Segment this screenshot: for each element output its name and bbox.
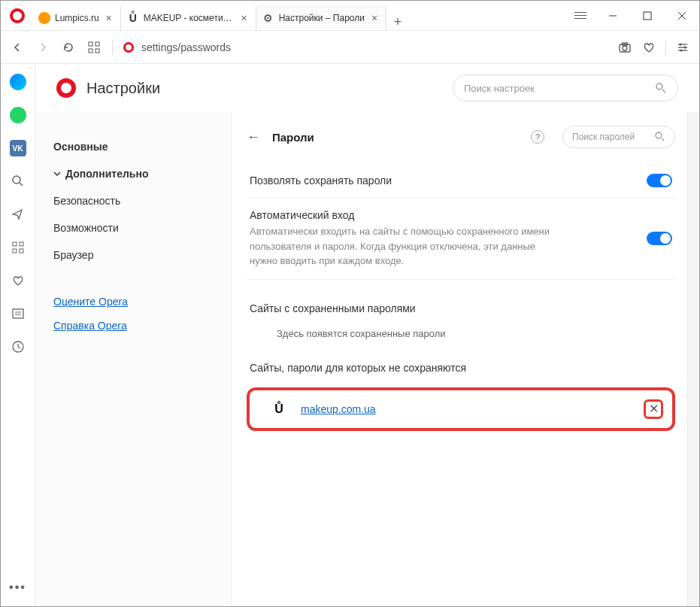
- never-save-item: Ů makeup.com.ua ✕: [247, 387, 675, 431]
- divider: [665, 40, 666, 55]
- heart-icon[interactable]: [641, 40, 656, 55]
- browser-window: Lumpics.ru × Ů MAKEUP - косметика и па ×…: [0, 0, 700, 607]
- close-icon[interactable]: ×: [239, 13, 250, 23]
- nav-features[interactable]: Возможности: [53, 214, 231, 241]
- nav-main[interactable]: Основные: [53, 133, 231, 160]
- scrollbar[interactable]: [687, 112, 699, 606]
- nav-label: Дополнительно: [65, 168, 148, 180]
- hamburger-icon[interactable]: [565, 1, 595, 31]
- history-icon[interactable]: [9, 338, 27, 356]
- maximize-button[interactable]: [630, 1, 665, 31]
- bookmarks-icon[interactable]: [9, 272, 27, 290]
- auto-login-label: Автоматический вход: [250, 209, 565, 221]
- tab-makeup[interactable]: Ů MAKEUP - косметика и па ×: [121, 6, 256, 30]
- svg-rect-1: [644, 12, 651, 20]
- close-icon[interactable]: ×: [369, 13, 380, 23]
- tab-lumpics[interactable]: Lumpics.ru ×: [32, 6, 121, 30]
- section-title: Пароли: [272, 131, 314, 144]
- page-title: Настройки: [86, 80, 160, 97]
- svg-point-9: [623, 46, 627, 50]
- speed-dial-icon[interactable]: [86, 40, 102, 55]
- svg-rect-22: [20, 249, 23, 253]
- section-header: ← Пароли ? Поиск паролей: [247, 126, 675, 148]
- settings-body: Основные Дополнительно Безопасность Возм…: [35, 112, 699, 606]
- easy-setup-icon[interactable]: [675, 40, 690, 55]
- site-favicon-icon: Ů: [272, 402, 286, 416]
- allow-save-toggle[interactable]: [647, 174, 672, 187]
- news-icon[interactable]: [9, 305, 27, 323]
- svg-rect-20: [20, 242, 23, 246]
- address-bar[interactable]: settings/passwords: [123, 41, 607, 53]
- svg-rect-5: [95, 42, 99, 46]
- search-icon[interactable]: [9, 172, 27, 190]
- svg-rect-19: [13, 242, 17, 246]
- search-passwords-input[interactable]: Поиск паролей: [562, 126, 675, 148]
- svg-line-30: [662, 138, 664, 141]
- svg-rect-7: [95, 49, 99, 53]
- svg-line-18: [20, 183, 23, 186]
- nav-browser[interactable]: Браузер: [53, 241, 231, 269]
- vk-icon[interactable]: VK: [9, 139, 27, 157]
- new-tab-button[interactable]: +: [386, 14, 409, 30]
- svg-point-27: [656, 83, 662, 90]
- tab-title: Lumpics.ru: [55, 13, 99, 23]
- sidebar: VK •••: [1, 64, 35, 606]
- tab-settings[interactable]: ⚙ Настройки – Пароли ×: [256, 6, 386, 30]
- tab-title: MAKEUP - косметика и па: [144, 13, 235, 23]
- search-settings-input[interactable]: Поиск настроек: [453, 74, 678, 102]
- more-icon[interactable]: •••: [9, 581, 26, 594]
- opera-icon: [123, 42, 134, 53]
- svg-rect-21: [13, 249, 17, 253]
- svg-rect-4: [89, 42, 92, 46]
- svg-point-17: [13, 176, 20, 184]
- never-save-link[interactable]: makeup.com.ua: [301, 403, 376, 415]
- favicon-icon: Ů: [127, 12, 139, 24]
- svg-point-16: [680, 49, 683, 51]
- close-button[interactable]: [665, 1, 699, 31]
- svg-point-14: [680, 43, 682, 45]
- nav-security[interactable]: Безопасность: [53, 187, 231, 214]
- close-icon[interactable]: ×: [104, 13, 114, 23]
- messenger-icon[interactable]: [9, 73, 27, 91]
- svg-line-28: [662, 90, 665, 93]
- settings-nav: Основные Дополнительно Безопасность Возм…: [35, 112, 231, 606]
- rate-opera-link[interactable]: Оцените Opera: [53, 290, 231, 314]
- help-icon[interactable]: ?: [531, 130, 544, 144]
- allow-save-label: Позволять сохранять пароли: [250, 175, 392, 187]
- snapshot-icon[interactable]: [617, 40, 632, 55]
- reload-button[interactable]: [61, 40, 76, 55]
- search-icon: [655, 82, 667, 94]
- search-placeholder: Поиск паролей: [572, 132, 635, 142]
- speed-dial-icon[interactable]: [9, 238, 27, 256]
- navbar: settings/passwords: [1, 31, 699, 64]
- url-text: settings/passwords: [141, 41, 231, 53]
- flow-icon[interactable]: [9, 205, 27, 223]
- divider: [112, 40, 113, 55]
- content: Настройки Поиск настроек Основные Дополн…: [35, 64, 699, 606]
- back-button[interactable]: [10, 40, 25, 55]
- search-placeholder: Поиск настроек: [464, 83, 535, 94]
- never-save-title: Сайты, пароли для которых не сохраняются: [250, 362, 675, 374]
- remove-never-button[interactable]: ✕: [644, 399, 663, 419]
- window-controls: [595, 1, 699, 31]
- chevron-down-icon: [53, 170, 61, 178]
- nav-advanced[interactable]: Дополнительно: [53, 160, 231, 187]
- svg-rect-6: [89, 49, 92, 53]
- favicon-icon: [38, 12, 50, 24]
- settings-main: ← Пароли ? Поиск паролей Позволять сохра…: [231, 112, 687, 606]
- titlebar: Lumpics.ru × Ů MAKEUP - косметика и па ×…: [1, 1, 699, 31]
- tabs: Lumpics.ru × Ů MAKEUP - косметика и па ×…: [32, 1, 565, 30]
- opera-menu-icon[interactable]: [8, 7, 26, 25]
- saved-passwords-title: Сайты с сохраненными паролями: [250, 302, 675, 314]
- auto-login-desc: Автоматически входить на сайты с помощью…: [250, 224, 565, 269]
- settings-header: Настройки Поиск настроек: [35, 64, 699, 112]
- minimize-button[interactable]: [595, 1, 630, 31]
- auto-login-toggle[interactable]: [647, 232, 672, 245]
- forward-button[interactable]: [35, 40, 50, 55]
- allow-save-row: Позволять сохранять пароли: [247, 163, 675, 199]
- help-opera-link[interactable]: Справка Opera: [53, 314, 231, 338]
- search-icon: [655, 132, 665, 142]
- back-arrow-icon[interactable]: ←: [247, 129, 260, 145]
- whatsapp-icon[interactable]: [9, 106, 27, 124]
- svg-point-15: [684, 46, 686, 48]
